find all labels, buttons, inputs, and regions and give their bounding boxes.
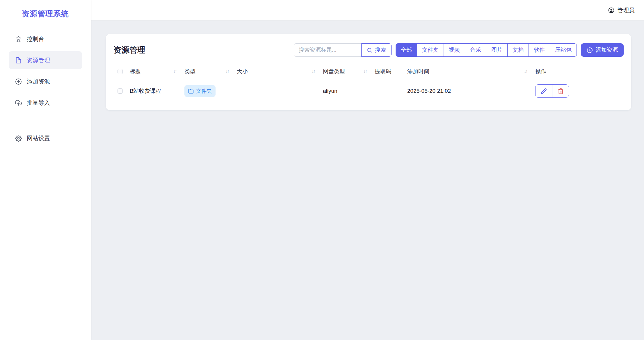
home-icon <box>15 36 22 42</box>
cell-disk-type: aliyun <box>323 80 375 102</box>
trash-icon <box>558 88 564 94</box>
folder-icon <box>188 88 194 94</box>
sidebar-item-import[interactable]: 批量导入 <box>9 94 82 112</box>
filter-tab-software[interactable]: 软件 <box>529 43 550 57</box>
topbar: 管理员 <box>91 0 644 21</box>
filter-tab-music[interactable]: 音乐 <box>465 43 486 57</box>
cell-size <box>237 80 323 102</box>
add-resource-button[interactable]: 添加资源 <box>581 43 624 57</box>
resource-card: 资源管理 搜索 全部文件夹视频音乐图片文档软件压缩包 添加资源 <box>106 34 631 110</box>
sidebar-item-settings[interactable]: 网站设置 <box>9 129 82 147</box>
resource-table: 标题↓↑类型↓↑大小↓↑网盘类型↓↑提取码添加时间↓↑操作 B站收费课程文件夹a… <box>113 68 624 102</box>
filter-tab-all[interactable]: 全部 <box>396 43 417 57</box>
search-icon <box>367 47 372 53</box>
sort-icon[interactable]: ↓↑ <box>363 69 367 74</box>
sidebar-nav: 控制台资源管理添加资源批量导入 <box>0 30 91 115</box>
select-all-header <box>113 68 130 80</box>
row-actions <box>535 84 569 98</box>
sidebar-item-resources[interactable]: 资源管理 <box>9 51 82 69</box>
cell-added-at: 2025-05-20 21:02 <box>407 80 535 102</box>
sidebar-item-label: 批量导入 <box>27 99 50 107</box>
search-group: 搜索 <box>294 43 392 57</box>
sort-icon[interactable]: ↓↑ <box>173 69 176 74</box>
column-header-size[interactable]: 大小↓↑ <box>237 68 323 80</box>
delete-button[interactable] <box>552 85 569 97</box>
type-badge: 文件夹 <box>184 85 216 97</box>
pencil-icon <box>541 88 547 94</box>
filter-tab-archive[interactable]: 压缩包 <box>550 43 577 57</box>
sidebar-item-label: 网站设置 <box>27 134 50 142</box>
sidebar-item-label: 添加资源 <box>27 78 50 86</box>
filter-tab-image[interactable]: 图片 <box>486 43 508 57</box>
content-area: 资源管理 搜索 全部文件夹视频音乐图片文档软件压缩包 添加资源 <box>91 21 644 340</box>
column-header-title[interactable]: 标题↓↑ <box>130 68 184 80</box>
sidebar-divider <box>7 122 83 122</box>
page-title: 资源管理 <box>113 45 145 55</box>
column-header-type[interactable]: 类型↓↑ <box>184 68 237 80</box>
sidebar: 资源管理系统 控制台资源管理添加资源批量导入 网站设置 <box>0 0 91 340</box>
sort-icon[interactable]: ↓↑ <box>524 69 527 74</box>
sidebar-item-add[interactable]: 添加资源 <box>9 72 82 90</box>
edit-button[interactable] <box>536 85 552 97</box>
table-row: B站收费课程文件夹aliyun2025-05-20 21:02 <box>113 80 624 102</box>
sort-icon[interactable]: ↓↑ <box>225 69 229 74</box>
sidebar-nav-footer: 网站设置 <box>0 129 91 150</box>
file-icon <box>15 57 22 64</box>
filter-tab-folder[interactable]: 文件夹 <box>417 43 444 57</box>
search-input[interactable] <box>294 43 361 57</box>
filter-tab-video[interactable]: 视频 <box>444 43 465 57</box>
column-header-disk[interactable]: 网盘类型↓↑ <box>323 68 375 80</box>
filter-tabs: 全部文件夹视频音乐图片文档软件压缩包 <box>396 43 577 57</box>
gear-icon <box>15 135 22 142</box>
cell-code <box>375 80 407 102</box>
column-header-code: 提取码 <box>375 68 407 80</box>
filter-tab-doc[interactable]: 文档 <box>507 43 529 57</box>
cloud-upload-icon <box>15 99 22 106</box>
row-checkbox[interactable] <box>118 88 123 94</box>
user-menu[interactable]: 管理员 <box>608 6 635 14</box>
sidebar-item-dashboard[interactable]: 控制台 <box>9 30 82 48</box>
user-icon <box>608 7 615 14</box>
plus-circle-icon <box>587 47 593 53</box>
app-title: 资源管理系统 <box>0 0 91 30</box>
plus-circle-icon <box>15 78 22 85</box>
sidebar-item-label: 控制台 <box>27 35 44 43</box>
cell-title: B站收费课程 <box>130 80 184 102</box>
search-button[interactable]: 搜索 <box>361 43 392 57</box>
column-header-added[interactable]: 添加时间↓↑ <box>407 68 535 80</box>
select-all-checkbox[interactable] <box>118 69 123 74</box>
sort-icon[interactable]: ↓↑ <box>312 69 315 74</box>
sidebar-item-label: 资源管理 <box>27 56 50 64</box>
user-name: 管理员 <box>617 6 635 14</box>
column-header-actions: 操作 <box>535 68 624 80</box>
